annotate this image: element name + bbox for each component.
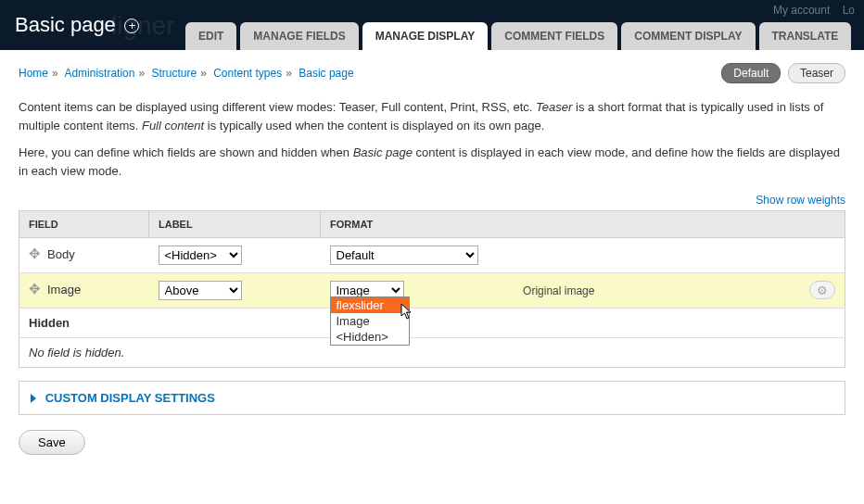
crumb-content-types[interactable]: Content types [213, 67, 282, 80]
tab-edit[interactable]: EDIT [185, 22, 236, 50]
custom-settings-title: CUSTOM DISPLAY SETTINGS [45, 391, 215, 405]
tab-comment-fields[interactable]: COMMENT FIELDS [491, 22, 617, 50]
mode-default-button[interactable]: Default [721, 63, 781, 83]
tab-translate[interactable]: TRANSLATE [759, 22, 852, 50]
fields-table: FIELD LABEL FORMAT ✥Body <Hidden> Defaul… [19, 210, 845, 368]
drag-handle-icon[interactable]: ✥ [29, 246, 42, 262]
add-icon[interactable]: + [124, 19, 139, 33]
no-hidden-row: No field is hidden. [19, 338, 845, 368]
my-account-link[interactable]: My account [773, 4, 830, 17]
dropdown-option-image[interactable]: Image [331, 313, 409, 329]
tab-comment-display[interactable]: COMMENT DISPLAY [621, 22, 755, 50]
label-select-body[interactable]: <Hidden> [159, 246, 242, 265]
background-watermark: ligner [111, 11, 174, 41]
expand-icon [31, 394, 36, 403]
col-label: LABEL [149, 211, 321, 238]
format-dropdown: flexslider Image <Hidden> [330, 296, 410, 346]
page-title: Basic page [15, 0, 116, 50]
table-row: ✥Body <Hidden> Default [19, 238, 845, 273]
crumb-structure[interactable]: Structure [151, 67, 197, 80]
main-content: Default Teaser Home» Administration» Str… [0, 50, 864, 472]
primary-tabs: EDIT MANAGE FIELDS MANAGE DISPLAY COMMEN… [185, 22, 851, 50]
format-select-body[interactable]: Default [330, 246, 478, 265]
show-row-weights: Show row weights [19, 193, 845, 207]
save-button[interactable]: Save [19, 430, 85, 455]
drag-handle-icon[interactable]: ✥ [29, 281, 42, 297]
crumb-basic-page[interactable]: Basic page [299, 67, 353, 80]
crumb-administration[interactable]: Administration [64, 67, 134, 80]
mode-teaser-button[interactable]: Teaser [788, 63, 845, 83]
dropdown-option-flexslider[interactable]: flexslider [331, 297, 409, 313]
label-select-image[interactable]: Above [159, 281, 242, 300]
crumb-home[interactable]: Home [19, 67, 48, 80]
hidden-section-header: Hidden [19, 309, 845, 338]
description-2: Here, you can define which fields are sh… [19, 144, 845, 180]
dropdown-option-hidden[interactable]: <Hidden> [331, 329, 409, 345]
field-name: Body [47, 247, 75, 261]
table-row: ✥Image Above Image ⚙ Original image flex… [19, 273, 845, 309]
tab-manage-display[interactable]: MANAGE DISPLAY [362, 22, 489, 50]
custom-display-settings[interactable]: CUSTOM DISPLAY SETTINGS [19, 381, 845, 415]
field-name: Image [47, 283, 81, 296]
col-format: FORMAT [321, 211, 845, 238]
show-row-weights-link[interactable]: Show row weights [756, 194, 845, 207]
logout-link[interactable]: Lo [843, 4, 855, 17]
page-header: Basic page + ligner My account Lo EDIT M… [0, 0, 864, 50]
view-mode-buttons: Default Teaser [718, 63, 845, 83]
tab-manage-fields[interactable]: MANAGE FIELDS [240, 22, 358, 50]
description-1: Content items can be displayed using dif… [19, 98, 845, 134]
format-summary: Original image [407, 284, 710, 297]
col-field: FIELD [19, 211, 149, 238]
gear-icon[interactable]: ⚙ [809, 281, 835, 299]
account-links: My account Lo [764, 4, 855, 17]
